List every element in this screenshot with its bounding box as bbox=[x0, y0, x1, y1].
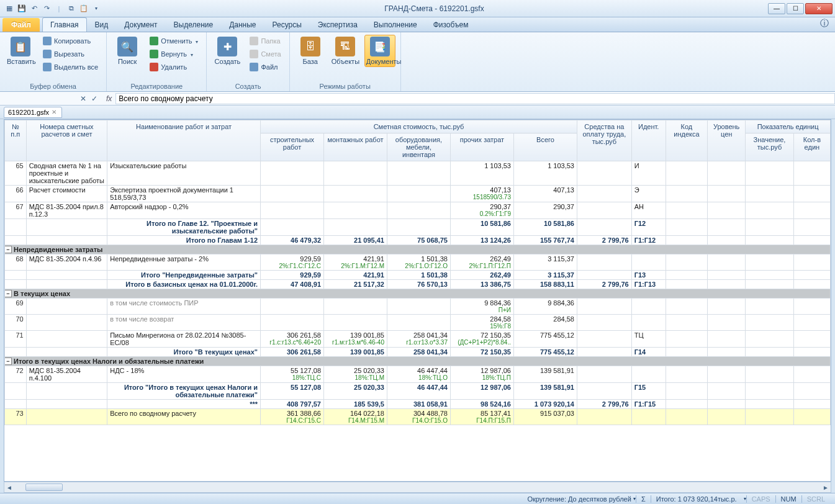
fx-icon[interactable]: fx bbox=[102, 94, 115, 103]
ribbon-tab-0[interactable]: Главная bbox=[42, 17, 87, 32]
scissors-icon bbox=[43, 50, 52, 58]
col-i2[interactable]: Кол-в един bbox=[793, 133, 830, 161]
table-row[interactable]: Итого в базисных ценах на 01.01.2000г.47… bbox=[5, 280, 831, 289]
base-button[interactable]: 🗄База bbox=[295, 35, 326, 67]
status-scrl: SCRL bbox=[801, 495, 830, 503]
status-sigma-icon[interactable]: Σ bbox=[636, 495, 651, 503]
collapse-icon[interactable]: − bbox=[5, 290, 12, 297]
table-row[interactable]: 65Сводная смета № 1 на проектные и изыск… bbox=[5, 161, 831, 186]
collapse-icon[interactable]: − bbox=[5, 358, 12, 365]
ribbon-tab-5[interactable]: Ресурсы bbox=[264, 17, 310, 32]
cancel-formula-icon[interactable]: ✕ bbox=[80, 94, 86, 103]
col-ind[interactable]: Показатель единиц bbox=[746, 120, 831, 133]
document-tab[interactable]: 6192201.gsfx✕ bbox=[4, 107, 62, 118]
undo-button[interactable]: Отменить bbox=[147, 35, 201, 47]
table-row[interactable]: 66Расчет стоимостиЭкспертиза проектной д… bbox=[5, 186, 831, 202]
smeta-button[interactable]: Смета bbox=[246, 48, 284, 60]
qat-undo-icon[interactable]: ↶ bbox=[29, 3, 40, 14]
scroll-thumb[interactable] bbox=[25, 484, 63, 491]
select-all-button[interactable]: Выделить все bbox=[40, 61, 101, 73]
col-code[interactable]: Код индекса bbox=[666, 120, 707, 161]
col-c1[interactable]: строительных работ bbox=[261, 133, 324, 161]
col-pp[interactable]: № п.п bbox=[5, 120, 27, 161]
group-label-modes: Режимы работы bbox=[295, 81, 395, 90]
qat-save-icon[interactable]: 💾 bbox=[16, 3, 27, 14]
col-nomer[interactable]: Номера сметных расчетов и смет bbox=[26, 120, 107, 161]
col-c2[interactable]: монтажных работ bbox=[324, 133, 387, 161]
paste-button[interactable]: 📋Вставить bbox=[5, 35, 36, 67]
ribbon-tab-6[interactable]: Экспертиза bbox=[310, 17, 366, 32]
col-cost[interactable]: Сметная стоимость, тыс.руб bbox=[261, 120, 577, 133]
col-level[interactable]: Уровень цен bbox=[708, 120, 746, 161]
qat-dropdown-icon[interactable]: ▾ bbox=[91, 3, 102, 14]
file-button[interactable]: Файл bbox=[246, 61, 284, 73]
ribbon-tab-3[interactable]: Выделение bbox=[166, 17, 222, 32]
copy-button[interactable]: Копировать bbox=[40, 35, 101, 47]
horizontal-scrollbar[interactable]: ◄ ► bbox=[4, 482, 831, 493]
file-tab[interactable]: Файл bbox=[2, 18, 40, 32]
col-ident[interactable]: Идент. bbox=[631, 120, 666, 161]
qat-paste-icon[interactable]: 📋 bbox=[78, 3, 89, 14]
col-c5[interactable]: Всего bbox=[513, 133, 577, 161]
formula-bar: ✕✓ fx bbox=[0, 92, 835, 106]
table-body[interactable]: 65Сводная смета № 1 на проектные и изыск… bbox=[5, 161, 831, 425]
ribbon-tab-8[interactable]: Физобъем bbox=[425, 17, 477, 32]
table-row[interactable]: Итого "Итого в текущих ценах Налоги и об… bbox=[5, 383, 831, 400]
maximize-button[interactable]: ☐ bbox=[787, 3, 804, 14]
spreadsheet[interactable]: № п.п Номера сметных расчетов и смет Наи… bbox=[4, 119, 831, 482]
ribbon-tab-7[interactable]: Выполнение bbox=[366, 17, 425, 32]
create-button[interactable]: ✚Создать bbox=[212, 35, 243, 67]
qat-copy-icon[interactable]: ⧉ bbox=[66, 3, 77, 14]
scroll-right-icon[interactable]: ► bbox=[821, 484, 831, 491]
table-row[interactable]: Итого "В текущих ценах"306 261,58139 001… bbox=[5, 348, 831, 357]
table-row[interactable]: 67МДС 81-35.2004 прил.8 п.12.3Авторский … bbox=[5, 202, 831, 219]
delete-button[interactable]: Удалить bbox=[147, 61, 201, 73]
select-icon bbox=[43, 63, 52, 71]
cut-button[interactable]: Вырезать bbox=[40, 48, 101, 60]
qat-grid-icon[interactable]: ▦ bbox=[4, 3, 15, 14]
table-row[interactable]: 73Всего по сводному расчету361 388,66Г14… bbox=[5, 409, 831, 425]
table-row[interactable]: Итого по Главе 12. "Проектные и изыскате… bbox=[5, 219, 831, 236]
col-name[interactable]: Наименование работ и затрат bbox=[107, 120, 261, 161]
col-c4[interactable]: прочих затрат bbox=[450, 133, 513, 161]
col-i1[interactable]: Значение, тыс.руб bbox=[746, 133, 794, 161]
table-row[interactable]: −Итого в текущих ценах Налоги и обязател… bbox=[5, 357, 831, 366]
table-row[interactable]: Итого "Непредвиденные затраты"929,59421,… bbox=[5, 271, 831, 280]
accept-formula-icon[interactable]: ✓ bbox=[91, 94, 97, 103]
status-caps: CAPS bbox=[746, 495, 775, 503]
minimize-button[interactable]: — bbox=[768, 3, 785, 14]
col-fund[interactable]: Средства на оплату труда, тыс.руб bbox=[577, 120, 631, 161]
window-title: ГРАНД-Смета - 6192201.gsfx bbox=[102, 4, 767, 13]
help-icon[interactable]: ⓘ bbox=[820, 18, 829, 32]
collapse-icon[interactable]: − bbox=[5, 246, 12, 253]
documents-button[interactable]: 📑Документы bbox=[364, 35, 395, 67]
close-tab-icon[interactable]: ✕ bbox=[52, 109, 56, 115]
ribbon-tab-4[interactable]: Данные bbox=[221, 17, 264, 32]
status-round-value[interactable]: До десятков рублей bbox=[568, 495, 631, 503]
ribbon: 📋Вставить Копировать Вырезать Выделить в… bbox=[0, 32, 835, 92]
ribbon-tab-1[interactable]: Вид bbox=[87, 17, 117, 32]
close-button[interactable]: ✕ bbox=[805, 3, 833, 14]
folder-button[interactable]: Папка bbox=[246, 35, 284, 47]
objects-button[interactable]: 🏗Объекты bbox=[330, 35, 361, 67]
formula-input[interactable] bbox=[115, 93, 835, 104]
table-row[interactable]: −В текущих ценах bbox=[5, 289, 831, 299]
group-label-edit: Редактирование bbox=[112, 81, 201, 90]
table-row[interactable]: ***408 797,57185 539,5381 058,9198 524,1… bbox=[5, 400, 831, 409]
search-button[interactable]: 🔍Поиск bbox=[112, 35, 143, 67]
ribbon-tab-2[interactable]: Документ bbox=[116, 17, 165, 32]
table-row[interactable]: −Непредвиденные затраты bbox=[5, 245, 831, 254]
col-c3[interactable]: оборудования, мебели, инвентаря bbox=[387, 133, 450, 161]
redo-button[interactable]: Вернуть bbox=[147, 48, 201, 60]
undo-icon bbox=[150, 37, 158, 45]
table-row[interactable]: 68МДС 81-35.2004 п.4.96Непредвиденные за… bbox=[5, 254, 831, 271]
scroll-left-icon[interactable]: ◄ bbox=[4, 484, 14, 491]
table-row[interactable]: 72МДС 81-35.2004 п.4.100НДС - 18%55 127,… bbox=[5, 366, 831, 383]
table-row[interactable]: 69в том числе стоимость ПИР9 884,36П+И9 … bbox=[5, 299, 831, 315]
qat-sep: | bbox=[53, 3, 65, 14]
qat-redo-icon[interactable]: ↷ bbox=[41, 3, 52, 14]
table-row[interactable]: Итого по Главам 1-1246 479,3221 095,4175… bbox=[5, 236, 831, 245]
table-row[interactable]: 71Письмо Минрегиона от 28.02.2014 №3085-… bbox=[5, 331, 831, 348]
window-buttons: — ☐ ✕ bbox=[767, 3, 833, 14]
table-row[interactable]: 70в том числе возврат284,5815%:Г8284,58 bbox=[5, 315, 831, 331]
